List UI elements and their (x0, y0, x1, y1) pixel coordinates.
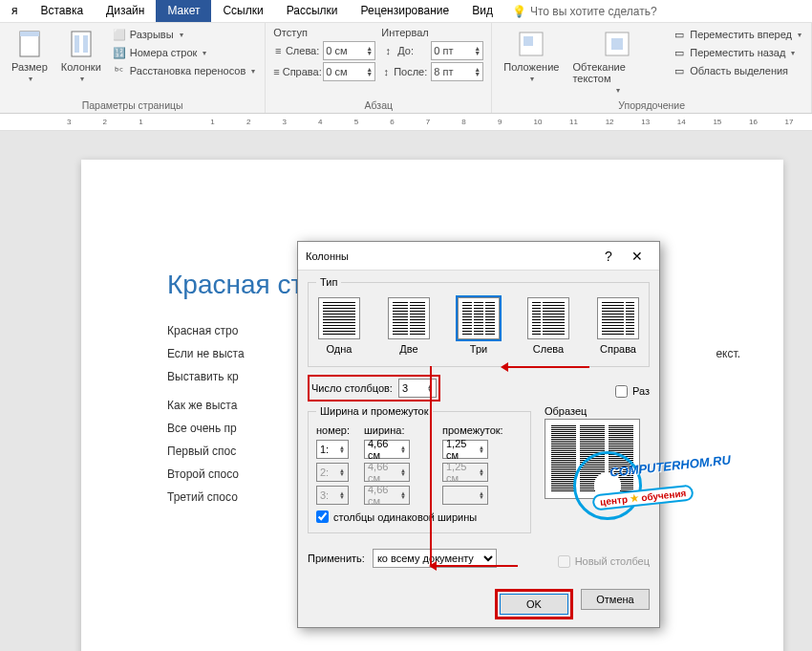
indent-right-label: ≡Справа: (273, 65, 319, 78)
apply-label: Применить: (308, 553, 365, 564)
group-paragraph: Отступ ≡Слева:0 см▲▼ ≡Справа:0 см▲▼ Инте… (266, 23, 492, 113)
row3-num: 3:▲▼ (316, 486, 349, 505)
indent-heading: Отступ (273, 27, 375, 38)
hdr-num: номер: (316, 424, 354, 436)
svg-rect-3 (75, 35, 79, 53)
spacing-before-label: ↕До: (381, 44, 427, 57)
position-label: Положение (503, 61, 559, 73)
selection-pane-label: Область выделения (690, 65, 788, 76)
spacing-heading: Интервал (381, 27, 483, 38)
indent-right-input[interactable]: 0 см▲▼ (323, 62, 375, 81)
tab-mailings[interactable]: Рассылки (275, 0, 350, 22)
send-backward-label: Переместить назад (690, 47, 785, 58)
columns-button[interactable]: Колонки▾ (57, 27, 105, 98)
preset-right[interactable]: Справа (595, 295, 641, 357)
position-button[interactable]: Положение▾ (500, 27, 563, 98)
breaks-icon: ⬜ (113, 28, 126, 41)
menu-bar: я Вставка Дизайн Макет Ссылки Рассылки Р… (0, 0, 812, 23)
selection-pane-button[interactable]: ▭Область выделения (671, 63, 803, 78)
tab-layout[interactable]: Макет (156, 0, 211, 22)
divider-checkbox[interactable]: Раз (615, 385, 650, 398)
ok-button[interactable]: OK (500, 594, 568, 615)
svg-rect-1 (20, 32, 39, 36)
tab-insert[interactable]: Вставка (30, 0, 96, 22)
width-legend: Ширина и промежуток (316, 405, 433, 417)
spacing-before-input[interactable]: 0 пт▲▼ (431, 41, 483, 60)
line-numbers-icon: 🔢 (113, 46, 126, 59)
dialog-title: Колонны (306, 250, 594, 262)
group-arrange: Положение▾ Обтекание текстом▾ ▭Перемести… (492, 23, 812, 113)
new-column-checkbox: Новый столбец (558, 555, 650, 568)
ribbon: Размер▾ Колонки▾ ⬜Разрывы▾ 🔢Номера строк… (0, 23, 812, 114)
row1-gap[interactable]: 1,25 см▲▼ (442, 440, 488, 459)
row2-num: 2:▲▼ (316, 463, 349, 482)
wrap-icon (602, 29, 632, 59)
annotation-vline (430, 366, 432, 565)
spacing-after-input[interactable]: 8 пт▲▼ (431, 62, 483, 81)
page-size-icon (14, 29, 45, 59)
preset-one-label: Одна (327, 343, 353, 355)
tab-view[interactable]: Вид (460, 0, 504, 22)
tell-me[interactable]: 💡 Что вы хотите сделать? (504, 0, 665, 22)
annotation-arrow-numcols (503, 366, 589, 368)
equal-width-label: столбцы одинаковой ширины (333, 511, 477, 523)
dialog-help-button[interactable]: ? (594, 249, 623, 264)
width-fieldset: Ширина и промежуток номер: ширина: проме… (308, 405, 531, 533)
line-numbers-label: Номера строк (130, 47, 198, 58)
cancel-button[interactable]: Отмена (581, 589, 650, 610)
columns-dialog: Колонны ? ✕ Тип Одна Две Три Слева Справ… (297, 241, 660, 628)
send-backward-button[interactable]: ▭Переместить назад▾ (671, 45, 803, 60)
group-title-page-setup: Параметры страницы (8, 98, 257, 113)
bring-forward-label: Переместить вперед (690, 29, 792, 40)
sample-label: Образец (545, 405, 650, 417)
row3-gap: ▲▼ (442, 486, 488, 505)
hyphenation-button[interactable]: ᵇᶜРасстановка переносов▾ (111, 63, 257, 78)
indent-left-icon: ≡ (273, 44, 283, 57)
indent-left-label: ≡Слева: (273, 44, 319, 57)
tab-design[interactable]: Дизайн (95, 0, 156, 22)
horizontal-ruler[interactable]: 3211234567891011121314151617 (0, 114, 812, 131)
preset-one[interactable]: Одна (316, 295, 362, 357)
breaks-button[interactable]: ⬜Разрывы▾ (111, 27, 257, 42)
selection-pane-icon: ▭ (673, 64, 686, 77)
preset-two-label: Две (399, 343, 417, 355)
dialog-titlebar: Колонны ? ✕ (298, 242, 659, 271)
bring-forward-button[interactable]: ▭Переместить вперед▾ (671, 27, 803, 42)
spacing-after-icon: ↕ (381, 65, 391, 78)
row1-width[interactable]: 4,66 см▲▼ (364, 440, 410, 459)
line-numbers-button[interactable]: 🔢Номера строк▾ (111, 45, 257, 60)
position-icon (516, 29, 546, 59)
annotation-arrow-ok (432, 565, 518, 567)
tab-review[interactable]: Рецензирование (350, 0, 461, 22)
wrap-button[interactable]: Обтекание текстом▾ (568, 27, 665, 98)
type-fieldset: Тип Одна Две Три Слева Справа (308, 276, 650, 367)
preset-left[interactable]: Слева (525, 295, 571, 357)
bring-forward-icon: ▭ (673, 28, 686, 41)
sample-preview (545, 419, 640, 499)
equal-width-checkbox[interactable]: столбцы одинаковой ширины (316, 510, 523, 523)
breaks-label: Разрывы (130, 29, 174, 40)
svg-rect-8 (611, 38, 623, 50)
group-page-setup: Размер▾ Колонки▾ ⬜Разрывы▾ 🔢Номера строк… (0, 23, 266, 113)
columns-label: Колонки (61, 61, 101, 73)
svg-rect-4 (83, 35, 88, 53)
indent-left-input[interactable]: 0 см▲▼ (323, 41, 375, 60)
tab-references[interactable]: Ссылки (211, 0, 274, 22)
group-title-arrange: Упорядочение (500, 98, 803, 113)
new-column-label: Новый столбец (575, 555, 650, 567)
bulb-icon: 💡 (512, 5, 526, 18)
svg-rect-6 (524, 36, 533, 46)
preset-three[interactable]: Три (456, 295, 502, 357)
row2-gap: 1,25 см▲▼ (442, 463, 488, 482)
size-button[interactable]: Размер▾ (8, 27, 52, 98)
dialog-close-button[interactable]: ✕ (623, 249, 652, 264)
tab-ya[interactable]: я (0, 0, 30, 22)
divider-label: Раз (632, 385, 650, 397)
type-legend: Тип (316, 276, 341, 288)
hdr-gap: промежуток: (442, 424, 511, 436)
row1-num[interactable]: 1:▲▼ (316, 440, 349, 459)
num-columns-label: Число столбцов: (311, 382, 393, 394)
preset-right-label: Справа (600, 343, 636, 355)
preset-two[interactable]: Две (386, 295, 432, 357)
preset-three-label: Три (470, 343, 487, 355)
